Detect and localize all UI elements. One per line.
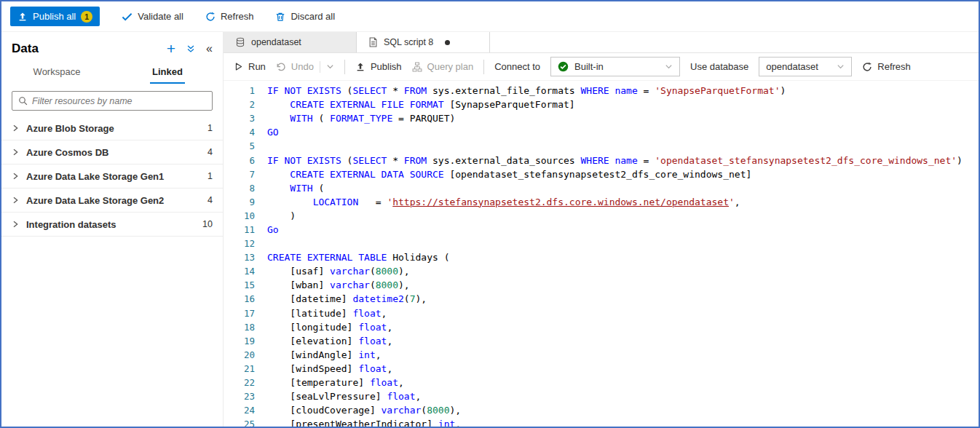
tree-item-label: Integration datasets [26,219,195,230]
code-line[interactable]: 11Go [224,223,979,237]
code-line[interactable]: 25 [presentWeatherIndicator] int, [224,417,979,427]
tree-item[interactable]: Azure Blob Storage 1 [1,116,223,140]
discard-all-button[interactable]: Discard all [275,11,335,22]
line-number: 1 [224,85,267,96]
use-database-value: opendataset [766,61,831,72]
code-line[interactable]: 6IF NOT EXISTS (SELECT * FROM sys.extern… [224,153,979,167]
line-number: 14 [224,266,267,277]
connect-to-value: Built-in [574,61,659,72]
refresh-label: Refresh [221,11,254,22]
chevron-right-icon[interactable] [12,221,19,228]
tree-item-label: Azure Cosmos DB [26,147,200,158]
code-text: CREATE EXTERNAL DATA SOURCE [opendataset… [267,169,751,180]
refresh-icon [862,62,872,72]
publish-button[interactable]: Publish [355,61,402,72]
code-line[interactable]: 9 LOCATION = 'https://stefansynapsetest2… [224,195,979,209]
connect-to-dropdown[interactable]: Built-in [550,57,680,76]
resource-tree: Azure Blob Storage 1 Azure Cosmos DB 4 [1,116,223,237]
code-line[interactable]: 7 CREATE EXTERNAL DATA SOURCE [opendatas… [224,167,979,181]
tree-item[interactable]: Integration datasets 10 [1,213,223,237]
collapse-panel-icon[interactable]: « [206,44,213,54]
tree-item[interactable]: Azure Data Lake Storage Gen2 4 [1,189,223,213]
code-line[interactable]: 8 WITH ( [224,181,979,195]
toolbar-divider [483,60,484,74]
code-line[interactable]: 1IF NOT EXISTS (SELECT * FROM sys.extern… [224,84,979,98]
tree-item[interactable]: Azure Cosmos DB 4 [1,140,223,165]
code-line[interactable]: 13CREATE EXTERNAL TABLE Holidays ( [224,250,979,264]
line-number: 8 [224,183,267,194]
code-line[interactable]: 3 WITH ( FORMAT_TYPE = PARQUET) [224,111,979,125]
code-line[interactable]: 19 [elevation] float, [224,334,979,348]
publish-all-button[interactable]: Publish all 1 [10,7,100,26]
code-line[interactable]: 21 [windSpeed] float, [224,362,979,376]
code-text: [latitude] float, [267,308,387,319]
code-line[interactable]: 17 [latitude] float, [224,306,979,320]
tab-opendataset[interactable]: opendataset [224,32,357,52]
filter-box [12,91,213,111]
top-toolbar: Publish all 1 Validate all Refresh Disca… [1,1,979,32]
code-line[interactable]: 22 [temperature] float, [224,376,979,389]
panel-title: Data [12,41,157,56]
tab-sql-script-8[interactable]: SQL script 8 [357,32,490,52]
code-line[interactable]: 4GO [224,125,979,139]
tab-linked-label: Linked [150,66,185,84]
run-button[interactable]: Run [234,61,266,72]
line-number: 6 [224,155,267,166]
tab-linked[interactable]: Linked [112,59,223,84]
tab-workspace[interactable]: Workspace [1,59,112,84]
line-number: 22 [224,377,267,388]
chevron-right-icon[interactable] [12,148,19,156]
line-number: 17 [224,308,267,319]
publish-all-label: Publish all [33,11,76,22]
toolbar-mini-divider [320,61,320,73]
code-line[interactable]: 5 [224,139,979,153]
tree-item[interactable]: Azure Data Lake Storage Gen1 1 [1,165,223,189]
data-panel: Data + « Workspace Linked [1,32,224,427]
connect-to-label: Connect to [494,61,540,72]
code-line[interactable]: 20 [windAngle] int, [224,348,979,362]
code-text: [windSpeed] float, [267,363,392,374]
play-icon [234,62,243,71]
toolbar-divider [344,60,345,74]
code-text: WITH ( [267,183,324,194]
validate-all-button[interactable]: Validate all [122,11,183,22]
chevron-right-icon[interactable] [12,124,19,132]
code-line[interactable]: 2 CREATE EXTERNAL FILE FORMAT [SynapsePa… [224,98,979,111]
collapse-all-icon[interactable] [186,44,196,54]
code-line[interactable]: 18 [longitude] float, [224,320,979,334]
code-line[interactable]: 16 [datetime] datetime2(7), [224,292,979,306]
code-text: LOCATION = 'https://stefansynapsetest2.d… [267,197,740,207]
undo-button[interactable]: Undo [276,61,314,72]
line-number: 25 [224,419,267,427]
code-line[interactable]: 24 [cloudCoverage] varchar(8000), [224,403,979,417]
line-number: 12 [224,238,267,249]
add-resource-icon[interactable]: + [167,43,175,55]
code-text: [datetime] datetime2(7), [267,293,427,304]
filter-input[interactable] [32,96,206,106]
undo-icon [276,62,286,72]
refresh-all-button[interactable]: Refresh [205,11,254,22]
tree-item-label: Azure Data Lake Storage Gen2 [26,195,200,206]
code-editor[interactable]: 1IF NOT EXISTS (SELECT * FROM sys.extern… [224,81,979,427]
use-database-label: Use database [690,61,748,72]
chevron-right-icon[interactable] [12,197,19,204]
tree-item-count: 1 [208,171,213,181]
code-line[interactable]: 15 [wban] varchar(8000), [224,278,979,292]
refresh-button[interactable]: Refresh [862,61,911,72]
undo-split-button: Undo [276,61,334,73]
chevron-right-icon[interactable] [12,173,19,180]
use-database-dropdown[interactable]: opendataset [759,57,852,76]
data-panel-header: Data + « [1,32,223,58]
code-line[interactable]: 10 ) [224,209,979,223]
code-line[interactable]: 12 [224,237,979,250]
main-layout: Data + « Workspace Linked [1,32,979,427]
code-lines: 1IF NOT EXISTS (SELECT * FROM sys.extern… [224,84,979,427]
query-plan-button[interactable]: Query plan [412,61,474,72]
code-line[interactable]: 14 [usaf] varchar(8000), [224,264,979,278]
code-text: ) [267,210,296,221]
code-line[interactable]: 23 [seaLvlPressure] float, [224,389,979,403]
line-number: 19 [224,336,267,346]
undo-dropdown-chevron[interactable] [326,63,334,71]
validate-all-label: Validate all [138,11,183,22]
run-label: Run [248,61,266,72]
